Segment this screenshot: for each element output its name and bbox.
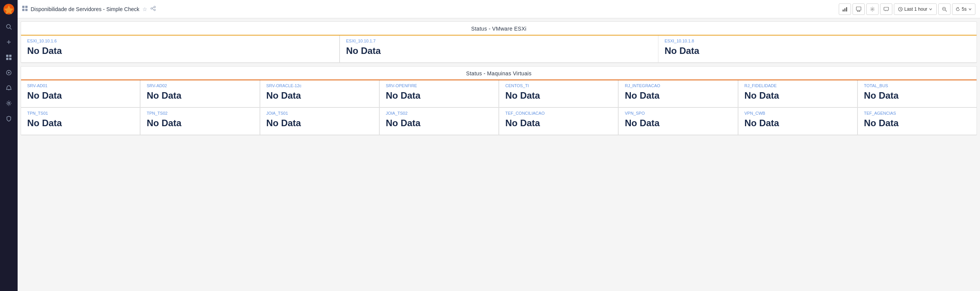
- share-icon[interactable]: [150, 6, 156, 12]
- svg-rect-9: [9, 58, 11, 60]
- cell-label: SRV-AD01: [27, 83, 134, 88]
- sidebar-item-add[interactable]: [2, 35, 16, 49]
- cell-label: TEF_AGENCIAS: [864, 111, 970, 115]
- settings-button[interactable]: [866, 3, 879, 15]
- vms-section: Status - Maquinas Virtuais SRV-AD01 No D…: [21, 66, 977, 135]
- sidebar-item-security[interactable]: [2, 112, 16, 125]
- vms-section-title: Status - Maquinas Virtuais: [21, 67, 977, 80]
- svg-rect-14: [22, 6, 24, 8]
- svg-rect-15: [25, 6, 28, 8]
- cell-value: No Data: [386, 90, 492, 101]
- svg-point-13: [8, 102, 10, 104]
- svg-rect-6: [6, 55, 8, 57]
- cell-label: SRV-OPENFIRE: [386, 83, 492, 88]
- cell-value: No Data: [665, 46, 970, 56]
- svg-rect-24: [844, 8, 846, 11]
- cell-label: JOIA_TS01: [266, 111, 373, 115]
- cell-value: No Data: [266, 118, 373, 128]
- dashboard-content: Status - VMware ESXi ESXI_10.10.1.6 No D…: [18, 18, 980, 291]
- cell-value: No Data: [625, 90, 731, 101]
- svg-point-2: [7, 24, 10, 28]
- vms-rows: SRV-AD01 No Data SRV-AD02 No Data SRV-OR…: [21, 80, 977, 135]
- svg-point-20: [154, 9, 155, 11]
- vm-cell: JOIA_TS01 No Data: [260, 108, 379, 135]
- svg-rect-8: [6, 58, 8, 60]
- sidebar-item-alerts[interactable]: [2, 81, 16, 95]
- vm-cell: TOTAL_BUS No Data: [858, 80, 977, 107]
- cell-label: VPN_SPO: [625, 111, 731, 115]
- vm-cell: SRV-AD01 No Data: [21, 80, 140, 107]
- svg-rect-25: [846, 7, 847, 11]
- vm-cell: CENTOS_TI No Data: [499, 80, 618, 107]
- cell-value: No Data: [27, 46, 333, 56]
- time-range-picker[interactable]: Last 1 hour: [894, 3, 937, 15]
- cell-value: No Data: [147, 90, 253, 101]
- topbar: Disponibilidade de Servidores - Simple C…: [18, 0, 980, 18]
- vmware-cell: ESXI_10.10.1.8 No Data: [658, 36, 977, 63]
- cell-label: TEF_CONCILIACAO: [505, 111, 612, 115]
- vm-cell: VPN_CWB No Data: [738, 108, 858, 135]
- sidebar-item-dashboards[interactable]: [2, 50, 16, 64]
- vm-cell: TEF_CONCILIACAO No Data: [499, 108, 618, 135]
- svg-line-38: [946, 10, 947, 11]
- vm-cell: JOIA_TS02 No Data: [379, 108, 499, 135]
- chart-view-button[interactable]: [839, 3, 851, 15]
- vm-cell: TPN_TS02 No Data: [140, 108, 260, 135]
- svg-line-36: [900, 9, 902, 10]
- cell-label: RJ_INTEGRACAO: [625, 83, 731, 88]
- star-icon[interactable]: ☆: [142, 6, 147, 12]
- svg-rect-23: [843, 10, 844, 11]
- display-button[interactable]: [880, 3, 892, 15]
- vms-row-0: SRV-AD01 No Data SRV-AD02 No Data SRV-OR…: [21, 80, 977, 108]
- svg-rect-7: [9, 55, 11, 57]
- sidebar-item-search[interactable]: [2, 20, 16, 34]
- cell-label: ESXI_10.10.1.6: [27, 39, 333, 43]
- vmware-section-title: Status - VMware ESXi: [21, 22, 977, 36]
- vm-cell: RJ_FIDELIDADE No Data: [738, 80, 858, 107]
- cell-label: SRV-AD02: [147, 83, 253, 88]
- vms-row-1: TPN_TS01 No Data TPN_TS02 No Data JOIA_T…: [21, 108, 977, 135]
- vm-cell: SRV-OPENFIRE No Data: [379, 80, 499, 107]
- cell-value: No Data: [505, 90, 612, 101]
- svg-point-11: [8, 72, 10, 73]
- grid-icon: [22, 6, 28, 12]
- cell-value: No Data: [864, 90, 970, 101]
- vm-cell: SRV-AD02 No Data: [140, 80, 260, 107]
- cell-label: CENTOS_TI: [505, 83, 612, 88]
- tv-view-button[interactable]: [853, 3, 865, 15]
- cell-value: No Data: [346, 46, 652, 56]
- vm-cell: VPN_SPO No Data: [618, 108, 738, 135]
- sidebar-item-config[interactable]: [2, 96, 16, 110]
- vm-cell: RJ_INTEGRACAO No Data: [618, 80, 738, 107]
- cell-label: ESXI_10.10.1.8: [665, 39, 970, 43]
- main-content: Disponibilidade de Servidores - Simple C…: [18, 0, 980, 291]
- refresh-button[interactable]: 5s: [952, 3, 975, 15]
- svg-rect-17: [25, 9, 28, 11]
- cell-value: No Data: [266, 90, 373, 101]
- cell-label: JOIA_TS02: [386, 111, 492, 115]
- page-title: Disponibilidade de Servidores - Simple C…: [31, 6, 139, 12]
- cell-value: No Data: [745, 118, 851, 128]
- cell-value: No Data: [27, 118, 134, 128]
- cell-value: No Data: [864, 118, 970, 128]
- cell-label: RJ_FIDELIDADE: [745, 83, 851, 88]
- vm-cell: TPN_TS01 No Data: [21, 108, 140, 135]
- svg-rect-26: [856, 7, 861, 10]
- sidebar-item-explore[interactable]: [2, 66, 16, 80]
- svg-line-32: [885, 10, 886, 11]
- time-range-label: Last 1 hour: [904, 7, 927, 12]
- cell-label: TPN_TS02: [147, 111, 253, 115]
- vmware-cell: ESXI_10.10.1.7 No Data: [340, 36, 658, 63]
- svg-rect-31: [884, 7, 889, 10]
- zoom-out-button[interactable]: [938, 3, 951, 15]
- vm-cell: TEF_AGENCIAS No Data: [858, 108, 977, 135]
- svg-rect-16: [22, 9, 24, 11]
- vmware-section: Status - VMware ESXi ESXI_10.10.1.6 No D…: [21, 21, 977, 63]
- cell-value: No Data: [147, 118, 253, 128]
- sidebar: [0, 0, 18, 291]
- vms-grid-row: SRV-AD01 No Data SRV-AD02 No Data SRV-OR…: [21, 80, 977, 107]
- app-logo[interactable]: [3, 3, 15, 15]
- vm-cell: SRV-ORACLE-12c No Data: [260, 80, 379, 107]
- svg-line-21: [152, 7, 154, 8]
- cell-value: No Data: [386, 118, 492, 128]
